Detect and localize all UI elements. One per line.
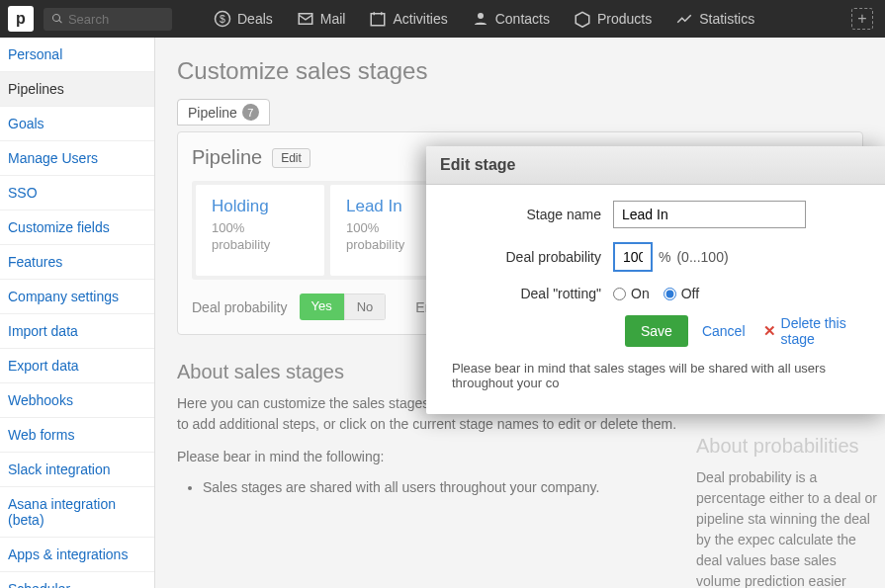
radio-on-label: On — [631, 286, 650, 301]
sidebar-item-asana[interactable]: Asana integration (beta) — [0, 487, 154, 538]
svg-rect-2 — [372, 14, 386, 26]
topbar: p $Deals Mail Activities Contacts Produc… — [0, 0, 885, 38]
calendar-icon — [369, 10, 387, 28]
chart-icon — [675, 10, 693, 28]
sidebar-item-export-data[interactable]: Export data — [0, 349, 154, 383]
page-title: Customize sales stages — [177, 57, 863, 85]
close-icon: ✕ — [763, 322, 776, 340]
nav-activities[interactable]: Activities — [357, 0, 459, 38]
sidebar-item-sso[interactable]: SSO — [0, 176, 154, 210]
delete-label: Delete this stage — [781, 315, 861, 347]
tab-count-badge: 7 — [242, 104, 259, 121]
cancel-link[interactable]: Cancel — [702, 323, 746, 339]
sidebar-item-manage-users[interactable]: Manage Users — [0, 141, 154, 176]
sidebar-item-webhooks[interactable]: Webhooks — [0, 383, 154, 418]
save-button[interactable]: Save — [625, 315, 688, 347]
nav-statistics[interactable]: Statistics — [664, 0, 766, 38]
pipeline-name: Pipeline — [192, 146, 262, 169]
stage-name-label: Stage name — [442, 207, 613, 222]
search-input[interactable] — [68, 12, 164, 27]
person-icon — [472, 10, 489, 28]
sidebar-item-personal[interactable]: Personal — [0, 38, 154, 72]
pipeline-tab[interactable]: Pipeline 7 — [177, 99, 270, 126]
stage-prob: 100%probability — [212, 220, 309, 254]
plus-icon: + — [857, 10, 866, 28]
percent-sign: % — [659, 249, 670, 265]
sidebar-item-goals[interactable]: Goals — [0, 107, 154, 141]
sidebar: Personal Pipelines Goals Manage Users SS… — [0, 38, 155, 588]
box-icon — [574, 10, 591, 28]
deal-prob-label: Deal probability — [192, 299, 288, 315]
edit-stage-modal: Edit stage Stage name Deal probability %… — [426, 146, 885, 414]
sidebar-item-slack[interactable]: Slack integration — [0, 453, 154, 487]
modal-title: Edit stage — [440, 156, 871, 174]
sidebar-item-customize-fields[interactable]: Customize fields — [0, 210, 154, 245]
nav-label: Contacts — [495, 11, 550, 27]
toggle-yes[interactable]: Yes — [300, 294, 344, 320]
sidebar-item-company-settings[interactable]: Company settings — [0, 280, 154, 314]
sidebar-item-web-forms[interactable]: Web forms — [0, 418, 154, 453]
svg-point-3 — [478, 13, 484, 19]
right-heading: About probabilities — [696, 435, 884, 458]
sidebar-item-scheduler[interactable]: Scheduler — [0, 572, 154, 588]
toggle-no[interactable]: No — [344, 294, 387, 320]
rotting-on-radio[interactable]: On — [613, 286, 650, 301]
app-logo[interactable]: p — [8, 6, 34, 32]
stage-name: Holding — [212, 197, 309, 216]
nav-label: Deals — [237, 11, 273, 27]
delete-stage-link[interactable]: ✕Delete this stage — [763, 315, 861, 347]
edit-pipeline-button[interactable]: Edit — [272, 148, 310, 168]
add-button[interactable]: + — [851, 8, 873, 30]
svg-text:$: $ — [220, 13, 225, 25]
nav-label: Products — [597, 11, 652, 27]
stage-name-input[interactable] — [613, 201, 806, 228]
nav-contacts[interactable]: Contacts — [460, 0, 562, 38]
sidebar-item-features[interactable]: Features — [0, 245, 154, 280]
tab-label: Pipeline — [188, 105, 237, 121]
nav-label: Mail — [320, 11, 346, 27]
nav-label: Statistics — [699, 11, 754, 27]
nav-label: Activities — [393, 11, 447, 27]
nav-mail[interactable]: Mail — [285, 0, 358, 38]
nav-deals[interactable]: $Deals — [202, 0, 285, 38]
deal-probability-input[interactable] — [613, 242, 653, 272]
sidebar-item-import-data[interactable]: Import data — [0, 314, 154, 349]
search-icon — [51, 12, 63, 26]
search-box[interactable] — [44, 8, 172, 31]
sidebar-item-apps[interactable]: Apps & integrations — [0, 538, 154, 572]
radio-off-label: Off — [681, 286, 699, 301]
mail-icon — [297, 10, 314, 28]
deal-prob-toggle[interactable]: Yes No — [300, 294, 387, 320]
about-probabilities: About probabilities Deal probability is … — [696, 435, 884, 588]
right-p1: Deal probability is a percentage either … — [696, 467, 884, 588]
stage-card[interactable]: Holding 100%probability — [196, 185, 324, 276]
rotting-off-radio[interactable]: Off — [664, 286, 699, 301]
deal-prob-hint: (0...100) — [676, 249, 728, 265]
deal-rotting-label: Deal "rotting" — [442, 286, 613, 301]
modal-header: Edit stage — [426, 146, 885, 185]
nav-products[interactable]: Products — [562, 0, 664, 38]
dollar-icon: $ — [214, 10, 231, 28]
sidebar-item-pipelines[interactable]: Pipelines — [0, 72, 154, 107]
about-p2: Please bear in mind the following: — [177, 447, 691, 467]
deal-probability-label: Deal probability — [442, 249, 613, 265]
modal-footer-note: Please bear in mind that sales stages wi… — [442, 361, 869, 400]
